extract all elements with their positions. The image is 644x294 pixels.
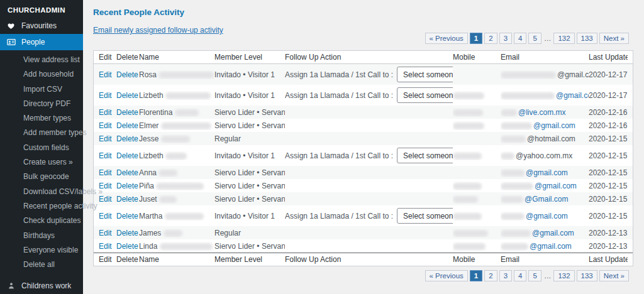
table-row: Edit Delete Jesse Regular @hotmail.com 2… (94, 132, 633, 145)
page-button-5[interactable]: 5 (528, 33, 541, 44)
people-activity-table: Edit Delete Name Member Level Follow Up … (93, 50, 633, 266)
redacted-name (158, 72, 214, 79)
footer-follow-up: Follow Up Action (285, 255, 453, 264)
submenu-item[interactable]: Directory PDF (0, 97, 83, 111)
page-button-4[interactable]: 4 (514, 270, 526, 281)
edit-link[interactable]: Edit (99, 229, 112, 237)
email-link[interactable]: @gmail.com (556, 91, 589, 100)
member-level-cell: Siervo Lider • Servant Leader (214, 182, 285, 190)
delete-link[interactable]: Delete (116, 195, 138, 204)
submenu-item[interactable]: Birthdays (0, 229, 83, 243)
page-button-3[interactable]: 3 (499, 33, 512, 44)
submenu-item[interactable]: View address list (0, 53, 83, 67)
submenu-item[interactable]: Download CSV/labels » (0, 185, 83, 199)
email-link[interactable]: @yahoo.com.mx (516, 151, 572, 160)
last-updated-cell: 2020-12-15 (589, 134, 628, 143)
page-button-1[interactable]: 1 (470, 270, 482, 281)
page-button-132[interactable]: 132 (553, 33, 574, 44)
delete-link[interactable]: Delete (116, 91, 138, 100)
redacted-name (159, 196, 177, 203)
email-cell: @Gmail.com (501, 195, 589, 204)
delete-link[interactable]: Delete (116, 108, 138, 117)
delete-link[interactable]: Delete (116, 242, 138, 251)
member-level-cell: Siervo Lider • Servant Leader (214, 121, 285, 130)
redacted-mobile (453, 92, 484, 99)
delete-link[interactable]: Delete (116, 212, 138, 220)
delete-link[interactable]: Delete (116, 182, 138, 190)
email-followup-link[interactable]: Email newly assigned follow-up activity (93, 26, 223, 35)
next-page-button[interactable]: Next » (599, 270, 629, 281)
email-link[interactable]: @gmail.com (532, 229, 574, 237)
email-link[interactable]: @gmail.com (557, 70, 589, 79)
table-row: Edit Delete Florentina Siervo Lider • Se… (94, 106, 633, 119)
assign-select[interactable]: Select someone... (397, 67, 453, 82)
email-cell: @gmail.com (501, 229, 589, 237)
assign-select[interactable]: Select someone... (397, 208, 453, 224)
email-link[interactable]: @gmail.com (535, 182, 577, 190)
delete-link[interactable]: Delete (116, 168, 138, 177)
assign-select[interactable]: Select someone... (397, 87, 453, 103)
header-email: Email (501, 53, 589, 62)
page-button-5[interactable]: 5 (528, 270, 541, 281)
header-follow-up: Follow Up Action (285, 53, 453, 62)
edit-link[interactable]: Edit (99, 108, 112, 117)
submenu-item[interactable]: Recent people activity (0, 199, 83, 214)
page-button-3[interactable]: 3 (499, 270, 512, 281)
email-link[interactable]: @live.com.mx (518, 108, 566, 117)
delete-link[interactable]: Delete (116, 229, 138, 237)
email-link[interactable]: @gmail.com (530, 242, 572, 251)
sidebar-item-favourites[interactable]: Favourites (0, 18, 83, 34)
submenu-item[interactable]: Add household (0, 67, 83, 82)
page-button-4[interactable]: 4 (514, 33, 526, 44)
delete-link[interactable]: Delete (116, 121, 138, 130)
table-row: Edit Delete Rosa Invitado • Visitor 1 As… (94, 64, 633, 85)
page-button-133[interactable]: 133 (577, 270, 597, 281)
prev-page-button[interactable]: « Previous (425, 33, 468, 44)
sidebar-item-childrens-work[interactable]: Childrens work (0, 278, 83, 294)
heart-icon (6, 21, 16, 31)
email-link[interactable]: @gmail.com (526, 212, 568, 220)
submenu-item[interactable]: Create users » (0, 155, 83, 170)
delete-link[interactable]: Delete (116, 151, 138, 160)
edit-link[interactable]: Edit (99, 91, 112, 100)
page-button-133[interactable]: 133 (577, 33, 597, 44)
email-cell: @yahoo.com.mx (501, 151, 589, 160)
email-link[interactable]: @gmail.com (526, 168, 568, 177)
submenu-item[interactable]: Delete all (0, 258, 83, 272)
page-button-132[interactable]: 132 (553, 270, 574, 281)
edit-link[interactable]: Edit (99, 168, 112, 177)
edit-link[interactable]: Edit (99, 70, 112, 79)
edit-link[interactable]: Edit (99, 121, 112, 130)
email-link[interactable]: @hotmail.com (527, 134, 575, 143)
submenu-item[interactable]: Add member types (0, 126, 83, 140)
redacted-mobile (453, 243, 486, 250)
edit-link[interactable]: Edit (99, 134, 112, 143)
email-link[interactable]: @gmail.com (533, 121, 575, 130)
sidebar-item-people[interactable]: People (0, 34, 83, 50)
follow-up-cell: Assign 1a Llamada / 1st Call to : Select… (285, 87, 453, 103)
page-button-2[interactable]: 2 (484, 270, 497, 281)
prev-page-button[interactable]: « Previous (425, 270, 468, 281)
delete-link[interactable]: Delete (116, 134, 138, 143)
people-submenu: View address listAdd householdImport CSV… (0, 53, 83, 272)
table-header-row: Edit Delete Name Member Level Follow Up … (94, 51, 633, 64)
submenu-item[interactable]: Bulk geocode (0, 170, 83, 184)
mobile-cell (453, 151, 501, 160)
redacted-email-user (501, 72, 556, 79)
submenu-item[interactable]: Import CSV (0, 82, 83, 97)
last-updated-cell: 2020-12-15 (589, 168, 628, 177)
submenu-item[interactable]: Custom fields (0, 141, 83, 155)
email-link[interactable]: @Gmail.com (525, 195, 569, 204)
edit-link[interactable]: Edit (99, 212, 112, 220)
submenu-item[interactable]: Member types (0, 111, 83, 126)
delete-link[interactable]: Delete (116, 70, 138, 79)
page-button-1[interactable]: 1 (470, 33, 482, 44)
submenu-item[interactable]: Everyone visible (0, 243, 83, 258)
edit-link[interactable]: Edit (99, 151, 112, 160)
page-button-2[interactable]: 2 (484, 33, 497, 44)
assign-select[interactable]: Select someone... (397, 148, 453, 163)
edit-link[interactable]: Edit (99, 242, 112, 251)
submenu-item[interactable]: Check duplicates (0, 214, 83, 228)
next-page-button[interactable]: Next » (599, 33, 629, 44)
redacted-email-user (501, 92, 555, 99)
